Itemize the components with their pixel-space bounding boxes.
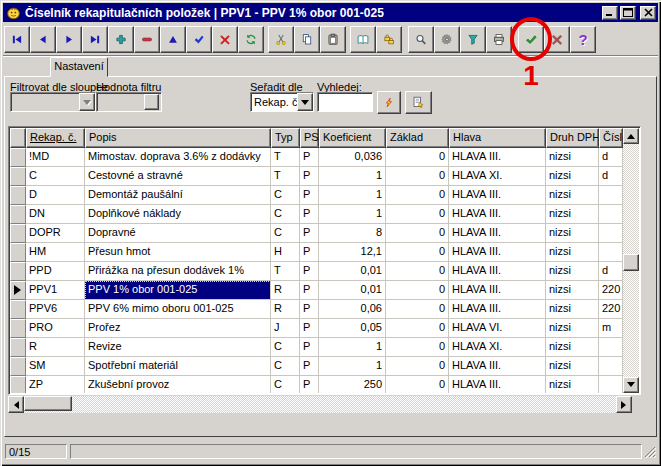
scroll-down-button[interactable] xyxy=(623,377,639,393)
cell-druh-dph[interactable]: nizsi xyxy=(546,186,599,205)
cell-popis[interactable]: Doplňkové náklady xyxy=(85,205,271,224)
table-row[interactable]: PPV6 PPV 6% mimo oboru 001-025 R P 0,06 … xyxy=(10,300,623,319)
cell-popis[interactable]: Mimostav. doprava 3.6% z dodávky xyxy=(85,148,271,167)
cell-zaklad[interactable]: 0 xyxy=(386,300,449,319)
cell-rekap[interactable]: PPV1 xyxy=(26,281,85,300)
column-header-druh-dph[interactable]: Druh DPH xyxy=(546,128,599,148)
cell-ps[interactable]: P xyxy=(300,281,319,300)
filter-column-select[interactable] xyxy=(10,92,96,112)
table-row[interactable]: PPV1 PPV 1% obor 001-025 R P 0,01 0 HLAV… xyxy=(10,281,623,300)
cell-zaklad[interactable]: 0 xyxy=(386,338,449,357)
prior-record-button[interactable] xyxy=(30,26,56,53)
cell-cisla[interactable]: d xyxy=(599,167,623,186)
accept-button[interactable]: 1 xyxy=(518,26,544,53)
cell-popis[interactable]: PPV 6% mimo oboru 001-025 xyxy=(85,300,271,319)
column-header-koeficient[interactable]: Koeficient xyxy=(319,128,386,148)
cell-ps[interactable]: P xyxy=(300,338,319,357)
cell-rekap[interactable]: HM xyxy=(26,243,85,262)
table-row[interactable]: HM Přesun hmot H P 12,1 0 HLAVA III. niz… xyxy=(10,243,623,262)
cell-ps[interactable]: P xyxy=(300,319,319,338)
cell-koeficient[interactable]: 1 xyxy=(319,167,386,186)
cell-druh-dph[interactable]: nizsi xyxy=(546,357,599,376)
column-header-popis[interactable]: Popis xyxy=(85,128,271,148)
cell-ps[interactable]: P xyxy=(300,205,319,224)
cell-typ[interactable]: T xyxy=(271,167,300,186)
cell-popis[interactable]: Přirážka na přesun dodávek 1% xyxy=(85,262,271,281)
delete-record-button[interactable] xyxy=(134,26,160,53)
reject-button[interactable] xyxy=(544,26,570,53)
table-row[interactable]: !MD Mimostav. doprava 3.6% z dodávky T P… xyxy=(10,148,623,167)
column-header-ps[interactable]: PS xyxy=(300,128,319,148)
permissions-button[interactable] xyxy=(376,26,402,53)
cell-zaklad[interactable]: 0 xyxy=(386,262,449,281)
settings-button[interactable] xyxy=(434,26,460,53)
cut-button[interactable] xyxy=(268,26,294,53)
search-button[interactable] xyxy=(408,26,434,53)
cell-druh-dph[interactable]: nizsi xyxy=(546,338,599,357)
cell-koeficient[interactable]: 1 xyxy=(319,357,386,376)
edit-record-button[interactable] xyxy=(160,26,186,53)
horizontal-scroll-track[interactable] xyxy=(24,396,616,413)
cell-hlava[interactable]: HLAVA III. xyxy=(449,281,546,300)
post-edit-button[interactable] xyxy=(186,26,212,53)
cell-typ[interactable]: T xyxy=(271,148,300,167)
filter-button[interactable] xyxy=(460,26,486,53)
cell-koeficient[interactable]: 250 xyxy=(319,376,386,393)
cell-druh-dph[interactable]: nizsi xyxy=(546,243,599,262)
cell-rekap[interactable]: D xyxy=(26,186,85,205)
cell-typ[interactable]: C xyxy=(271,338,300,357)
cell-hlava[interactable]: HLAVA VI. xyxy=(449,319,546,338)
column-header-cisla[interactable]: Čísla/J xyxy=(599,128,623,148)
filter-value-input[interactable] xyxy=(96,92,162,112)
cell-ps[interactable]: P xyxy=(300,357,319,376)
cell-popis[interactable]: Dopravné xyxy=(85,224,271,243)
cell-rekap[interactable]: PRO xyxy=(26,319,85,338)
copy-button[interactable] xyxy=(294,26,320,53)
cell-druh-dph[interactable]: nizsi xyxy=(546,300,599,319)
cell-zaklad[interactable]: 0 xyxy=(386,148,449,167)
cell-cisla[interactable]: 220 0* xyxy=(599,281,623,300)
cell-popis[interactable]: Prořez xyxy=(85,319,271,338)
cell-popis[interactable]: Zkušební provoz xyxy=(85,376,271,393)
insert-record-button[interactable] xyxy=(108,26,134,53)
cell-hlava[interactable]: HLAVA XI. xyxy=(449,338,546,357)
cell-typ[interactable]: J xyxy=(271,319,300,338)
cell-druh-dph[interactable]: nizsi xyxy=(546,319,599,338)
cell-popis[interactable]: Demontáž paušální xyxy=(85,186,271,205)
cell-koeficient[interactable]: 12,1 xyxy=(319,243,386,262)
cell-rekap[interactable]: C xyxy=(26,167,85,186)
cell-rekap[interactable]: PPD xyxy=(26,262,85,281)
cell-hlava[interactable]: HLAVA III. xyxy=(449,186,546,205)
cell-koeficient[interactable]: 1 xyxy=(319,338,386,357)
cell-ps[interactable]: P xyxy=(300,243,319,262)
cell-cisla[interactable]: m xyxy=(599,319,623,338)
filter-value-button[interactable] xyxy=(144,94,159,110)
scroll-right-button[interactable] xyxy=(616,396,632,413)
print-button[interactable] xyxy=(486,26,512,53)
filter-column-dropdown-button[interactable] xyxy=(79,93,95,111)
cell-ps[interactable]: P xyxy=(300,300,319,319)
cell-koeficient[interactable]: 8 xyxy=(319,224,386,243)
cell-cisla[interactable] xyxy=(599,186,623,205)
column-header-zaklad[interactable]: Základ xyxy=(386,128,449,148)
maximize-button[interactable] xyxy=(620,6,636,20)
cell-rekap[interactable]: SM xyxy=(26,357,85,376)
cell-cisla[interactable] xyxy=(599,338,623,357)
cell-typ[interactable]: C xyxy=(271,357,300,376)
column-header-rekap[interactable]: Rekap. č. xyxy=(26,128,85,148)
cell-druh-dph[interactable]: nizsi xyxy=(546,281,599,300)
cell-ps[interactable]: P xyxy=(300,167,319,186)
cell-cisla[interactable]: 220 26 xyxy=(599,300,623,319)
cell-cisla[interactable] xyxy=(599,357,623,376)
select-document-button[interactable] xyxy=(405,91,432,114)
cell-druh-dph[interactable]: nizsi xyxy=(546,262,599,281)
cell-ps[interactable]: P xyxy=(300,148,319,167)
resize-grip[interactable] xyxy=(643,445,656,458)
cell-hlava[interactable]: HLAVA III. xyxy=(449,357,546,376)
cell-cisla[interactable]: d xyxy=(599,262,623,281)
cell-hlava[interactable]: HLAVA III. xyxy=(449,205,546,224)
search-input[interactable] xyxy=(317,92,373,112)
cell-popis[interactable]: PPV 1% obor 001-025 xyxy=(85,281,271,300)
cell-cisla[interactable] xyxy=(599,243,623,262)
cell-typ[interactable]: H xyxy=(271,243,300,262)
